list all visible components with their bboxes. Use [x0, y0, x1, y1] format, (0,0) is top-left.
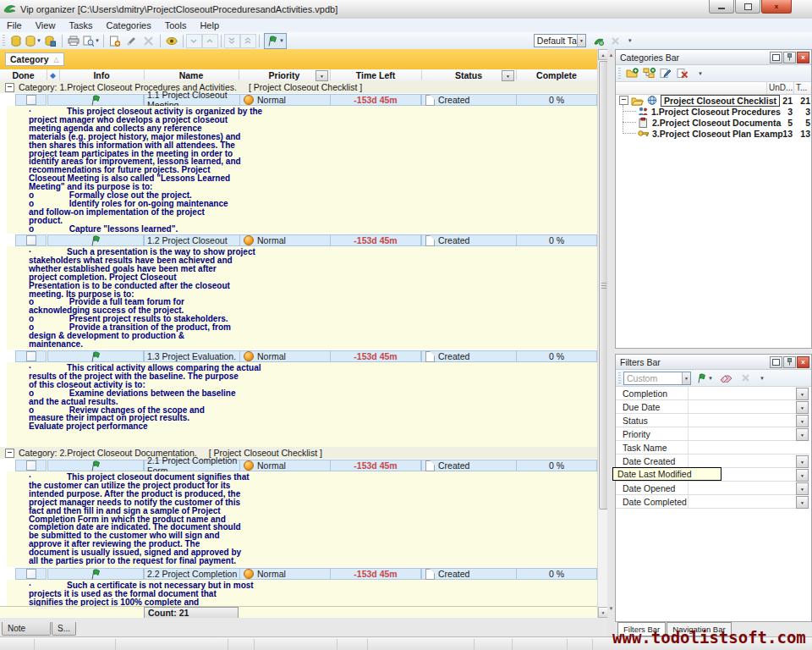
priority-filter-dropdown-icon[interactable]: ▼ — [315, 70, 328, 81]
filter-dropdown-icon[interactable]: ▼ — [796, 388, 809, 400]
edit-category-icon[interactable] — [658, 66, 673, 81]
task-row[interactable]: 1.3 Project Evaluation. Normal -153d 45m… — [0, 350, 597, 362]
panel-pin-icon[interactable] — [783, 52, 796, 63]
tree-row-category[interactable]: 3.Project Closeout Plan Examp 13 13 — [616, 128, 809, 139]
menu-categories[interactable]: Categories — [100, 20, 158, 30]
tree-category-label[interactable]: 2.Project Closeout Documenta — [652, 118, 781, 128]
info-flag-icon[interactable] — [90, 95, 102, 106]
task-row[interactable]: 1.1 Project Closeout Meeting. Normal -15… — [0, 93, 597, 106]
menu-file[interactable]: File — [0, 20, 29, 30]
column-header-done[interactable]: Done — [0, 69, 47, 80]
filter-dropdown-icon[interactable]: ▼ — [796, 469, 809, 482]
flag-view-dropdown-icon[interactable]: ▼ — [279, 38, 284, 43]
filter-dropdown-icon[interactable]: ▼ — [796, 415, 809, 427]
collapse-icon[interactable] — [5, 449, 14, 458]
tree-column-total[interactable]: T... — [796, 83, 807, 92]
panel-close-icon[interactable]: x — [797, 52, 809, 63]
edit-task-icon[interactable] — [124, 33, 140, 48]
tree-category-label[interactable]: 3.Project Closeout Plan Examp — [652, 129, 783, 139]
group-by-category-chip[interactable]: Category △ — [5, 52, 64, 66]
move-bottom-icon[interactable] — [224, 34, 240, 48]
filter-dropdown-icon[interactable]: ▼ — [796, 482, 809, 495]
filter-preset-spinner-icon[interactable]: ▼ — [682, 372, 690, 384]
done-checkbox[interactable] — [26, 235, 36, 245]
close-button[interactable]: x — [761, 0, 792, 14]
filter-dropdown-icon[interactable]: ▼ — [796, 496, 809, 509]
group-by-band[interactable]: Category △ — [0, 49, 597, 69]
tree-row-category[interactable]: 1.Project Closeout Procedures 3 3 — [616, 106, 809, 117]
info-flag-icon[interactable] — [90, 460, 102, 471]
move-top-icon[interactable] — [240, 34, 256, 48]
menu-view[interactable]: View — [29, 20, 63, 30]
save-database-icon[interactable] — [43, 33, 58, 48]
delete-task-icon[interactable] — [141, 33, 156, 48]
delete-category-icon[interactable] — [675, 66, 690, 81]
new-subcategory-icon[interactable] — [641, 66, 656, 81]
move-down-icon[interactable] — [186, 34, 202, 48]
move-up-icon[interactable] — [202, 34, 218, 48]
filter-dropdown-icon[interactable]: ▼ — [796, 455, 809, 468]
task-view-combobox[interactable]: Default Task V ▼ — [534, 34, 586, 47]
apply-filter-icon[interactable]: ▼ — [696, 371, 713, 386]
toolbar-grip[interactable] — [3, 35, 5, 47]
column-header-timeleft[interactable]: Time Left — [330, 69, 422, 80]
filters-toolbar-overflow-icon[interactable]: ▼ — [760, 376, 765, 381]
customize-view-icon[interactable] — [591, 33, 606, 48]
new-task-icon[interactable] — [107, 33, 123, 48]
grid-scrollbar[interactable]: ▲ ▼ — [597, 49, 607, 618]
dock-splitter[interactable]: ▲ ▼ — [607, 49, 615, 636]
filter-preset-combobox[interactable]: Custom ▼ — [623, 372, 691, 385]
categories-toolbar-grip[interactable] — [618, 68, 621, 80]
panel-window-icon[interactable] — [770, 356, 782, 368]
toolbar-overflow-icon[interactable]: ▼ — [628, 38, 633, 43]
column-header-priority[interactable]: Priority▼ — [239, 69, 331, 80]
dock-scroll-down-icon[interactable]: ▼ — [607, 604, 615, 613]
panel-window-icon[interactable] — [770, 52, 782, 63]
apply-filter-dropdown-icon[interactable]: ▼ — [708, 376, 713, 381]
show-task-icon[interactable] — [164, 33, 179, 48]
clear-filter-icon[interactable] — [719, 371, 734, 386]
categories-bar-titlebar[interactable]: Categories Bar x — [616, 50, 811, 65]
filters-toolbar-grip[interactable] — [618, 372, 621, 384]
info-flag-icon[interactable] — [90, 351, 102, 362]
open-database-dropdown-icon[interactable]: ▼ — [36, 38, 41, 43]
print-icon[interactable] — [66, 33, 81, 48]
print-dropdown-icon[interactable]: ▼ — [95, 38, 100, 43]
restore-button[interactable] — [735, 0, 760, 14]
done-checkbox[interactable] — [26, 569, 36, 579]
category-group-row[interactable]: Category: 1.Project Closeout Procedures … — [0, 81, 597, 94]
task-view-spinner-icon[interactable]: ▼ — [577, 35, 585, 47]
panel-pin-icon[interactable] — [783, 356, 796, 368]
done-checkbox[interactable] — [26, 460, 36, 471]
categories-toolbar-overflow-icon[interactable]: ▼ — [698, 71, 703, 76]
status-filter-dropdown-icon[interactable]: ▼ — [502, 70, 514, 81]
tree-root-label[interactable]: Project Closeout Checklist — [661, 95, 780, 107]
column-header-priority-icon[interactable]: ◆ — [47, 69, 60, 80]
filter-dropdown-icon[interactable]: ▼ — [796, 401, 809, 414]
category-group-row[interactable]: Category: 2.Project Closeout Documentati… — [0, 447, 597, 460]
filter-dropdown-icon[interactable]: ▼ — [796, 428, 809, 441]
new-database-icon[interactable] — [8, 33, 24, 48]
tab-note[interactable]: Note — [2, 622, 51, 636]
filters-bar-titlebar[interactable]: Filters Bar x — [616, 355, 811, 370]
new-category-icon[interactable] — [624, 66, 639, 81]
done-checkbox[interactable] — [26, 95, 36, 105]
task-row[interactable]: 2.1 Project Completion Form. Normal -153… — [0, 459, 597, 471]
menu-tools[interactable]: Tools — [158, 20, 194, 30]
delete-view-icon[interactable] — [608, 33, 623, 48]
tab-s[interactable]: S... — [52, 622, 76, 636]
column-header-status[interactable]: Status▼ — [421, 69, 517, 80]
panel-close-icon[interactable]: x — [797, 356, 809, 368]
tree-column-undone[interactable]: UnD... — [769, 83, 793, 92]
done-checkbox[interactable] — [26, 351, 36, 361]
delete-filter-icon[interactable] — [738, 371, 754, 386]
collapse-icon[interactable] — [619, 96, 628, 105]
minimize-button[interactable] — [709, 0, 734, 14]
column-header-complete[interactable]: Complete — [516, 69, 597, 80]
tree-category-label[interactable]: 1.Project Closeout Procedures — [651, 107, 781, 117]
column-header-name[interactable]: Name — [144, 69, 239, 80]
flag-view-button[interactable]: ▼ — [264, 33, 287, 49]
collapse-icon[interactable] — [5, 83, 14, 92]
column-header-info[interactable]: Info — [59, 69, 145, 80]
menu-tasks[interactable]: Tasks — [62, 20, 99, 30]
